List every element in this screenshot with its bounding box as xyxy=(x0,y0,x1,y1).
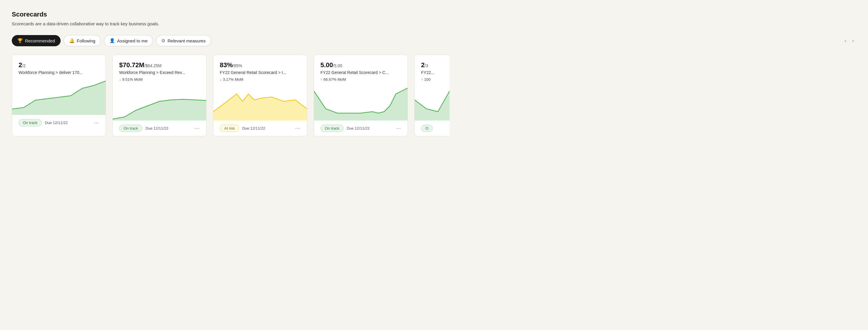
down-arrow-icon-2: ↓ xyxy=(119,77,121,82)
next-button[interactable]: › xyxy=(850,36,856,45)
card-value-sub-2: $64.25M xyxy=(146,63,161,68)
status-badge-5: O xyxy=(421,125,433,132)
card-footer-5: O xyxy=(421,121,443,136)
svg-marker-4 xyxy=(414,91,450,120)
card-value-sub-1: 2 xyxy=(23,63,26,68)
trophy-icon: 🏆 xyxy=(18,38,23,43)
chart-area-3 xyxy=(213,85,307,120)
down-arrow-icon-3: ↓ xyxy=(220,77,222,82)
status-badge-1: On track xyxy=(19,119,42,127)
status-badge-2: On track xyxy=(119,125,143,132)
card-title-5: FY22... xyxy=(421,70,443,75)
tab-relevant[interactable]: ⊙ Relevant measures xyxy=(156,35,211,46)
card-more-3[interactable]: ··· xyxy=(296,126,301,131)
card-value-main-2: $70.72M xyxy=(119,61,145,68)
card-value-main-4: 5.00 xyxy=(320,61,333,68)
card-mom-2: ↓ 9.51% MoM xyxy=(119,77,200,82)
card-mom-5: ↑ 100 xyxy=(421,77,443,82)
chart-area-4 xyxy=(314,85,407,120)
card-mom-3: ↓ 3.17% MoM xyxy=(220,77,301,82)
status-badge-3: At risk xyxy=(220,125,239,132)
card-value-sub-4: 5.00 xyxy=(334,63,342,68)
circle-icon: ⊙ xyxy=(161,38,165,43)
page-subtitle: Scorecards are a data-driven collaborati… xyxy=(12,21,856,26)
tab-recommended[interactable]: 🏆 Recommended xyxy=(12,35,61,46)
card-footer-1: On track Due 12/11/22 ··· xyxy=(19,115,99,131)
card-header-4: 5.00/5.00 xyxy=(320,61,401,69)
card-value-main-1: 2 xyxy=(19,61,22,68)
tab-assigned[interactable]: 👤 Assigned to me xyxy=(104,35,153,46)
card-value-main-3: 83% xyxy=(220,61,233,68)
card-more-2[interactable]: ··· xyxy=(195,126,200,131)
card-footer-3: At risk Due 12/11/22 ··· xyxy=(220,121,301,136)
card-due-2: Due 12/11/22 xyxy=(145,126,168,131)
scorecard-card-4: 5.00/5.00 FY22 General Retail Scorecard … xyxy=(314,55,408,136)
card-due-3: Due 12/11/22 xyxy=(242,126,265,131)
card-title-1: Workforce Planning > deliver 170... xyxy=(19,70,99,75)
person-icon: 👤 xyxy=(110,38,115,43)
status-badge-4: On track xyxy=(320,125,344,132)
card-title-3: FY22 General Retail Scorecard > I... xyxy=(220,70,301,75)
card-title-2: Workforce Planning > Exceed Rev... xyxy=(119,70,200,75)
card-value-main-5: 2 xyxy=(421,61,425,68)
card-mom-4: ↑ 66.67% MoM xyxy=(320,77,401,82)
svg-marker-1 xyxy=(113,99,206,120)
prev-button[interactable]: ‹ xyxy=(842,36,848,45)
chart-area-2 xyxy=(113,85,206,120)
chart-area-5 xyxy=(414,85,450,120)
card-value-sub-3: 85% xyxy=(234,63,242,68)
card-footer-4: On track Due 12/11/22 ··· xyxy=(320,121,401,136)
card-header-3: 83%/85% xyxy=(220,61,301,69)
card-title-4: FY22 General Retail Scorecard > C... xyxy=(320,70,401,75)
card-footer-2: On track Due 12/11/22 ··· xyxy=(119,121,200,136)
svg-marker-3 xyxy=(314,88,407,120)
nav-arrows: ‹ › xyxy=(842,36,856,45)
card-more-4[interactable]: ··· xyxy=(396,126,401,131)
up-arrow-icon-5: ↑ xyxy=(421,77,423,82)
scorecard-card-3: 83%/85% FY22 General Retail Scorecard > … xyxy=(213,55,307,136)
scorecard-card-2: $70.72M/$64.25M Workforce Planning > Exc… xyxy=(113,55,207,136)
card-due-1: Due 12/11/22 xyxy=(45,120,68,125)
card-value-sub-5: 3 xyxy=(426,63,428,68)
tabs-row: 🏆 Recommended 🔔 Following 👤 Assigned to … xyxy=(12,35,856,46)
card-more-1[interactable]: ··· xyxy=(94,120,99,126)
up-arrow-icon-4: ↑ xyxy=(320,77,322,82)
card-header-2: $70.72M/$64.25M xyxy=(119,61,200,69)
tab-following[interactable]: 🔔 Following xyxy=(64,35,101,46)
cards-row: 2/2 Workforce Planning > deliver 170... … xyxy=(12,55,856,136)
chart-area-1 xyxy=(12,80,105,115)
svg-marker-2 xyxy=(213,94,307,120)
scorecard-card-5: 2/3 FY22... ↑ 100 O xyxy=(414,55,450,136)
scorecard-card-1: 2/2 Workforce Planning > deliver 170... … xyxy=(12,55,106,136)
bell-icon: 🔔 xyxy=(69,38,75,43)
card-header-5: 2/3 xyxy=(421,61,443,69)
page-title: Scorecards xyxy=(12,10,856,18)
card-due-4: Due 12/11/22 xyxy=(347,126,370,131)
card-header-1: 2/2 xyxy=(19,61,99,69)
